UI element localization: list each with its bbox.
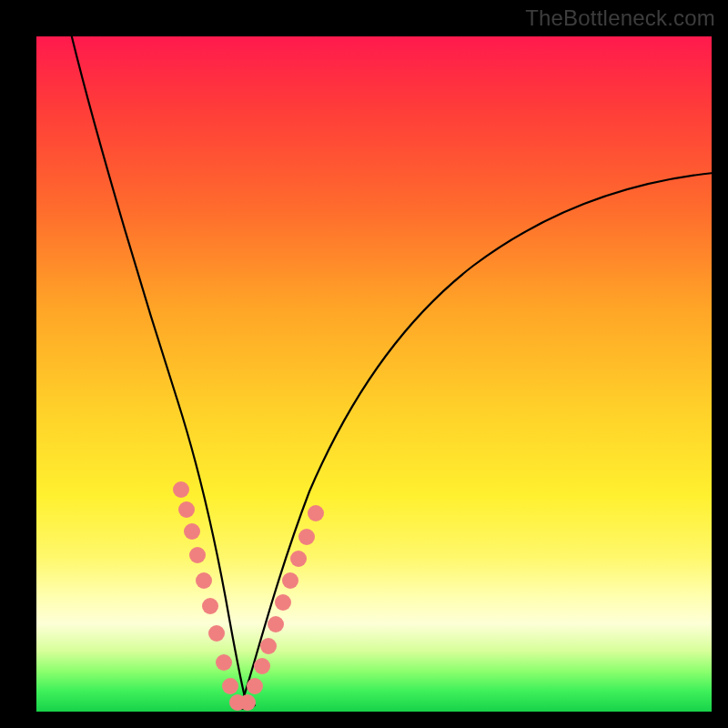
svg-point-10 — [239, 694, 256, 711]
plot-area — [36, 36, 712, 712]
svg-point-1 — [178, 501, 195, 518]
svg-point-0 — [173, 481, 189, 498]
svg-point-19 — [308, 505, 324, 521]
svg-point-2 — [184, 523, 200, 540]
svg-point-13 — [260, 638, 277, 654]
watermark-text: TheBottleneck.com — [525, 5, 715, 31]
curve-right-arm — [240, 173, 713, 708]
svg-point-18 — [298, 529, 315, 545]
svg-point-17 — [290, 551, 307, 567]
svg-point-6 — [208, 625, 225, 642]
svg-point-5 — [202, 598, 218, 614]
bottleneck-curve-svg — [36, 36, 712, 712]
svg-point-15 — [275, 594, 291, 611]
svg-point-8 — [222, 678, 238, 694]
svg-point-12 — [254, 658, 270, 674]
svg-point-11 — [247, 678, 263, 694]
curve-left-arm — [67, 18, 248, 708]
chart-frame: TheBottleneck.com — [0, 0, 728, 728]
svg-point-3 — [189, 547, 206, 563]
svg-point-16 — [282, 572, 298, 589]
svg-point-4 — [196, 572, 212, 589]
svg-point-7 — [216, 654, 232, 671]
svg-point-14 — [268, 616, 284, 632]
